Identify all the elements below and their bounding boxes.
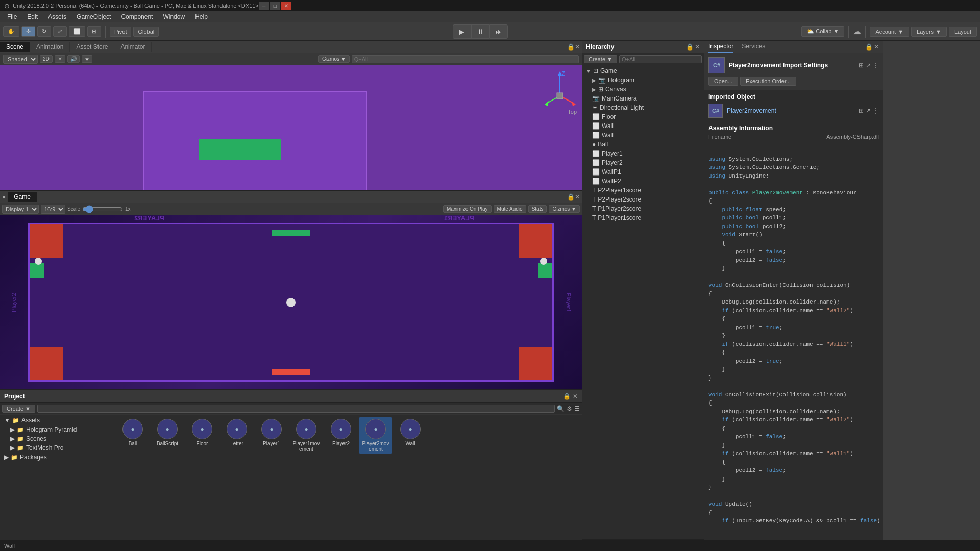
hier-p2player1score[interactable]: T P2Player1score: [582, 186, 704, 195]
asset-player1movement[interactable]: ● Player1movement: [290, 417, 323, 454]
project-textmesh-folder[interactable]: ▶ 📁 TextMesh Pro: [0, 443, 112, 453]
scale-tool-button[interactable]: ⤢: [53, 26, 67, 37]
hier-player2[interactable]: ⬜ Player2: [582, 158, 704, 167]
project-config-button[interactable]: ⚙: [567, 405, 572, 412]
asset-player2movement[interactable]: ● Player2movement: [359, 417, 392, 454]
inspector-close-button[interactable]: ✕: [874, 43, 879, 51]
game-close-button[interactable]: ✕: [575, 193, 580, 201]
asset-letter[interactable]: ● Letter: [220, 417, 253, 454]
open-button[interactable]: Open...: [708, 77, 738, 86]
menu-edit[interactable]: Edit: [22, 12, 43, 21]
maximize-on-play-button[interactable]: Maximize On Play: [443, 205, 492, 213]
project-menu-button[interactable]: ☰: [574, 405, 580, 412]
tab-inspector[interactable]: Inspector: [708, 41, 733, 53]
maximize-button[interactable]: □: [270, 2, 280, 10]
tab-services[interactable]: Services: [742, 41, 765, 53]
hier-canvas[interactable]: ▶ ⊞ Canvas: [582, 85, 704, 94]
project-search-button[interactable]: 🔍: [557, 405, 565, 412]
hier-hologram[interactable]: ▶ 📷 Hologram: [582, 76, 704, 85]
tab-animation[interactable]: Animation: [30, 42, 70, 52]
hierarchy-search-input[interactable]: [619, 55, 702, 63]
global-button[interactable]: Global: [133, 27, 159, 37]
hier-wall-2[interactable]: ⬜ Wall: [582, 131, 704, 140]
hier-directional-light[interactable]: ☀ Directional Light: [582, 103, 704, 112]
inspector-lock-button[interactable]: 🔒: [865, 43, 873, 51]
tab-scene[interactable]: Scene: [0, 42, 30, 52]
pivot-button[interactable]: Pivot: [110, 27, 131, 37]
scene-close-button[interactable]: ✕: [575, 43, 580, 51]
asset-floor[interactable]: ● Floor: [186, 417, 218, 454]
hier-p1player1score[interactable]: T P1Player1score: [582, 213, 704, 222]
hier-p2player2score[interactable]: T P2Player2score: [582, 195, 704, 204]
minimize-button[interactable]: ─: [259, 2, 269, 10]
menu-component[interactable]: Component: [116, 12, 158, 21]
scene-viewport[interactable]: Z ≡ Top: [0, 65, 582, 190]
hier-player1[interactable]: ⬜ Player1: [582, 149, 704, 158]
layers-button[interactable]: Layers ▼: [911, 27, 947, 37]
asset-player2[interactable]: ● Player2: [325, 417, 357, 454]
hier-ball[interactable]: ● Ball: [582, 140, 704, 149]
move-tool-button[interactable]: ✛: [21, 26, 35, 37]
asset-ball[interactable]: ● Ball: [116, 417, 149, 454]
game-viewport[interactable]: PLAYER2 PLAYER1 Player2 Player1: [0, 215, 582, 389]
scene-lighting-button[interactable]: ☀: [55, 55, 65, 63]
scene-fx-button[interactable]: ★: [82, 55, 92, 63]
hier-wallp2[interactable]: ⬜ WallP2: [582, 177, 704, 186]
hier-maincamera[interactable]: 📷 MainCamera: [582, 94, 704, 103]
light-item-label: Directional Light: [600, 104, 644, 111]
hier-floor[interactable]: ⬜ Floor: [582, 112, 704, 121]
shading-mode-select[interactable]: Shaded: [3, 55, 38, 64]
2d-button[interactable]: 2D: [40, 55, 53, 63]
project-close-button[interactable]: ✕: [573, 393, 578, 400]
menu-window[interactable]: Window: [158, 12, 190, 21]
stats-button[interactable]: Stats: [528, 205, 547, 213]
collab-button[interactable]: ⛅ Collab ▼: [801, 26, 844, 37]
display-select[interactable]: Display 1: [2, 205, 39, 214]
project-scenes-folder[interactable]: ▶ 📁 Scenes: [0, 434, 112, 443]
execution-order-button[interactable]: Execution Order...: [740, 77, 796, 86]
hier-wallp1[interactable]: ⬜ WallP1: [582, 167, 704, 177]
hierarchy-lock-button[interactable]: 🔒: [686, 43, 694, 51]
tab-animator[interactable]: Animator: [114, 42, 152, 52]
game-gizmos-button[interactable]: Gizmos ▼: [549, 205, 580, 213]
project-packages-folder[interactable]: ▶ 📁 Packages: [0, 453, 112, 462]
scene-audio-button[interactable]: 🔊: [67, 55, 80, 63]
asset-ballscript[interactable]: ● BallScript: [151, 417, 184, 454]
multi-tool-button[interactable]: ⊞: [87, 26, 101, 37]
rect-tool-button[interactable]: ⬜: [69, 26, 85, 37]
hierarchy-create-button[interactable]: Create ▼: [584, 55, 617, 63]
project-assets-folder[interactable]: ▼ 📁 Assets: [0, 416, 112, 425]
close-button[interactable]: ✕: [281, 2, 291, 10]
account-button[interactable]: Account ▼: [870, 27, 909, 37]
gizmos-button[interactable]: Gizmos ▼: [318, 55, 350, 63]
project-create-button[interactable]: Create ▼: [2, 405, 35, 413]
hier-wall-1[interactable]: ⬜ Wall: [582, 121, 704, 131]
step-button[interactable]: ⏭: [489, 24, 508, 39]
layout-button[interactable]: Layout: [949, 27, 977, 37]
menu-gameobject[interactable]: GameObject: [71, 12, 116, 21]
menu-assets[interactable]: Assets: [43, 12, 71, 21]
scene-search-input[interactable]: [352, 55, 579, 63]
menu-help[interactable]: Help: [190, 12, 213, 21]
play-button[interactable]: ▶: [453, 24, 471, 39]
scale-slider[interactable]: [82, 205, 123, 213]
player2movement-label: Player2movement: [361, 441, 390, 452]
hier-p1player2score[interactable]: T P1Player2score: [582, 204, 704, 213]
pause-button[interactable]: ⏸: [471, 24, 489, 39]
tab-game[interactable]: Game: [8, 192, 37, 202]
tab-asset-store[interactable]: Asset Store: [70, 42, 114, 52]
aspect-select[interactable]: 16:9: [41, 205, 65, 214]
hier-scene-game[interactable]: ▼ ⊡ Game: [582, 66, 704, 76]
project-search-input[interactable]: [37, 405, 555, 413]
mute-audio-button[interactable]: Mute Audio: [494, 205, 526, 213]
asset-wall[interactable]: ● Wall: [394, 417, 427, 454]
menu-file[interactable]: File: [2, 12, 22, 21]
asset-player1[interactable]: ● Player1: [255, 417, 288, 454]
project-hologram-folder[interactable]: ▶ 📁 Hologram Pyramid: [0, 425, 112, 434]
hierarchy-close-button[interactable]: ✕: [695, 43, 700, 51]
scene-lock-button[interactable]: 🔒: [567, 43, 575, 51]
game-lock-button[interactable]: 🔒: [567, 193, 575, 201]
rotate-tool-button[interactable]: ↻: [37, 26, 51, 37]
project-lock-button[interactable]: 🔒: [563, 393, 571, 400]
hand-tool-button[interactable]: ✋: [3, 26, 19, 37]
